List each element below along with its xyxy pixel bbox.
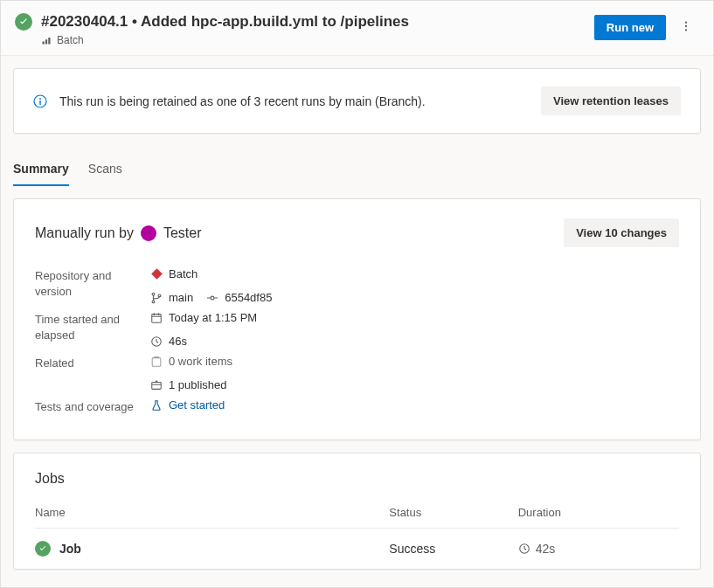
published[interactable]: 1 published — [169, 378, 227, 391]
svg-point-10 — [152, 300, 155, 302]
run-new-button[interactable]: Run new — [594, 15, 666, 40]
header-right: Run new — [594, 15, 696, 40]
svg-rect-1 — [45, 39, 47, 44]
retention-banner: This run is being retained as one of 3 r… — [13, 68, 701, 134]
run-title-prefix: Manually run by — [35, 225, 134, 241]
tab-scans[interactable]: Scans — [88, 153, 122, 186]
queue-name: Batch — [57, 34, 84, 46]
queue-row: Batch — [41, 34, 409, 46]
branch-icon — [150, 292, 163, 304]
svg-rect-15 — [152, 357, 161, 366]
artifact-icon — [150, 379, 163, 391]
svg-rect-8 — [39, 100, 40, 105]
label-related: Related — [35, 352, 150, 371]
tab-summary[interactable]: Summary — [13, 153, 69, 186]
tests-get-started-link[interactable]: Get started — [169, 398, 225, 412]
job-row[interactable]: Job Success 42s — [35, 528, 679, 569]
jobs-card: Jobs Name Status Duration Job Succes — [13, 453, 701, 570]
col-name: Name — [35, 499, 389, 529]
branch-name[interactable]: main — [169, 291, 193, 304]
work-items: 0 work items — [169, 355, 232, 368]
info-icon — [33, 94, 47, 108]
job-duration: 42s — [536, 542, 556, 556]
jobs-table: Name Status Duration Job Success — [35, 499, 679, 569]
repo-line[interactable]: Batch — [150, 265, 272, 283]
tabs: Summary Scans — [1, 153, 713, 186]
run-title: Manually run by Tester — [35, 225, 202, 241]
repo-name: Batch — [169, 267, 198, 280]
queue-icon — [41, 35, 52, 45]
svg-point-5 — [685, 29, 687, 31]
header-left: #20230404.1 • Added hpc-app.build.yml to… — [15, 13, 409, 46]
clock-icon — [150, 336, 163, 348]
svg-point-9 — [152, 293, 155, 295]
svg-point-4 — [685, 25, 687, 27]
page-header: #20230404.1 • Added hpc-app.build.yml to… — [1, 1, 713, 56]
calendar-icon — [150, 312, 163, 324]
title-row: #20230404.1 • Added hpc-app.build.yml to… — [15, 13, 409, 31]
avatar — [141, 225, 156, 241]
label-repo: Repository and version — [35, 265, 150, 299]
svg-point-3 — [685, 21, 687, 23]
view-changes-button[interactable]: View 10 changes — [564, 218, 679, 247]
detail-related: Related 0 work items 1 published — [35, 352, 679, 394]
svg-point-7 — [39, 98, 41, 100]
detail-time: Time started and elapsed Today at 1:15 P… — [35, 308, 679, 350]
commit-icon — [206, 292, 218, 304]
svg-rect-13 — [152, 314, 162, 322]
success-icon — [35, 541, 51, 557]
repo-icon — [150, 268, 163, 280]
label-time: Time started and elapsed — [35, 308, 150, 342]
job-status: Success — [389, 528, 517, 569]
label-tests: Tests and coverage — [35, 396, 150, 415]
run-summary-header: Manually run by Tester View 10 changes — [35, 218, 679, 247]
col-status: Status — [389, 499, 517, 529]
runner-name: Tester — [163, 225, 202, 241]
svg-point-12 — [211, 296, 214, 300]
page-title: #20230404.1 • Added hpc-app.build.yml to… — [41, 13, 409, 31]
job-name: Job — [59, 542, 81, 556]
time-started: Today at 1:15 PM — [169, 311, 257, 324]
svg-rect-16 — [152, 382, 162, 389]
svg-rect-0 — [43, 42, 45, 45]
svg-rect-2 — [48, 38, 50, 45]
col-duration: Duration — [518, 499, 679, 529]
run-details: Repository and version Batch main 6554df… — [35, 265, 679, 415]
run-summary-card: Manually run by Tester View 10 changes R… — [13, 198, 701, 440]
success-icon — [15, 13, 32, 31]
retention-message: This run is being retained as one of 3 r… — [59, 94, 426, 108]
clock-icon — [518, 543, 530, 555]
flask-icon — [150, 399, 163, 412]
elapsed: 46s — [169, 335, 187, 348]
commit-hash[interactable]: 6554df85 — [225, 291, 272, 304]
more-actions-button[interactable] — [676, 17, 696, 38]
retention-left: This run is being retained as one of 3 r… — [33, 94, 426, 108]
detail-tests: Tests and coverage Get started — [35, 396, 679, 415]
workitem-icon — [150, 356, 163, 368]
detail-repo: Repository and version Batch main 6554df… — [35, 265, 679, 307]
view-retention-button[interactable]: View retention leases — [541, 86, 681, 115]
jobs-title: Jobs — [35, 471, 679, 487]
